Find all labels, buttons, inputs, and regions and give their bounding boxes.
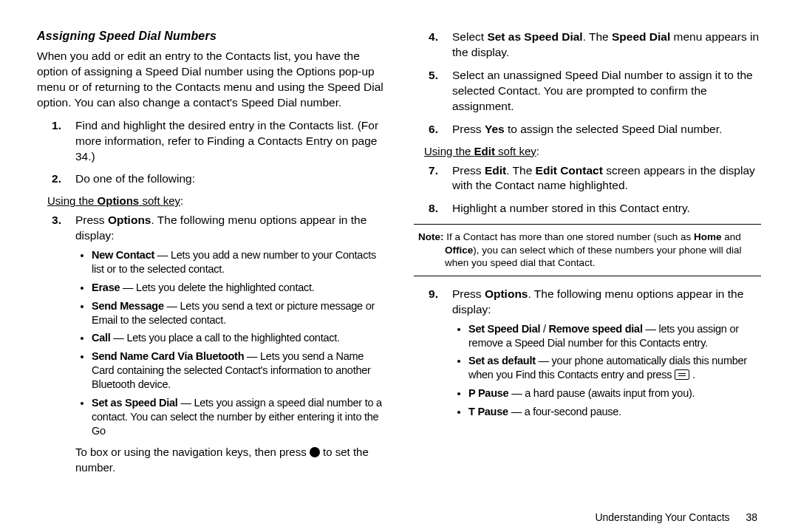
note-block: Note: If a Contact has more than one sto… (414, 224, 761, 276)
subhead-edit-softkey: Using the Edit soft key: (424, 145, 761, 157)
step-6: Press Yes to assign the selected Speed D… (414, 122, 761, 137)
bullet-erase: Erase — Lets you delete the highlighted … (92, 281, 384, 295)
bullet-t-pause: T Pause — a four-second pause. (468, 405, 761, 419)
ok-button-icon (310, 447, 320, 457)
page-footer: Understanding Your Contacts 38 (595, 511, 757, 523)
subhead-options-softkey: Using the Options soft key: (47, 194, 384, 207)
bullet-call: Call — Lets you place a call to the high… (92, 331, 384, 345)
step-9: Press Options. The following menu option… (414, 287, 761, 419)
bullet-new-contact: New Contact — Lets you add a new number … (92, 248, 384, 276)
step-1: Find and highlight the desired entry in … (37, 118, 384, 165)
xref-link: Finding a Contacts Entry (207, 134, 332, 147)
bullet-send-namecard: Send Name Card Via Bluetooth — Lets you … (92, 349, 384, 392)
step-2: Do one of the following: (37, 171, 384, 187)
step-8: Highlight a number stored in this Contac… (414, 201, 761, 216)
section-heading: Assigning Speed Dial Numbers (37, 30, 384, 43)
bullet-set-default: Set as default — your phone automaticall… (468, 354, 761, 382)
page-number: 38 (746, 511, 757, 523)
step-7: Press Edit. The Edit Contact screen appe… (414, 163, 761, 194)
send-key-icon (675, 369, 689, 380)
step-3-continuation: To box or using the navigation keys, the… (75, 445, 384, 475)
step-3: Press Options. The following menu option… (37, 213, 384, 437)
step-4: Select Set as Speed Dial. The Speed Dial… (414, 30, 761, 61)
bullet-send-message: Send Message — Lets you send a text or p… (92, 299, 384, 327)
footer-section: Understanding Your Contacts (595, 511, 729, 523)
intro-paragraph: When you add or edit an entry to the Con… (37, 49, 384, 111)
bullet-p-pause: P Pause — a hard pause (awaits input fro… (468, 386, 761, 400)
bullet-set-remove-speed-dial: Set Speed Dial / Remove speed dial — let… (468, 322, 761, 350)
step-5: Select an unassigned Speed Dial number t… (414, 68, 761, 115)
manual-page: Assigning Speed Dial Numbers When you ad… (0, 0, 798, 517)
bullet-set-speed-dial: Set as Speed Dial — Lets you assign a sp… (92, 396, 384, 438)
